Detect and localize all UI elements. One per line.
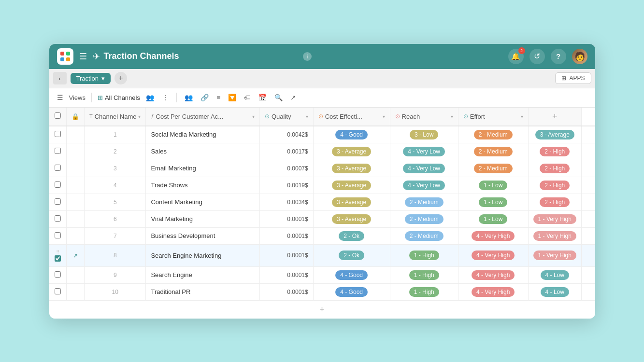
apps-button[interactable]: ⊞ APPS <box>555 72 591 84</box>
row-quality[interactable]: 3 - Average <box>313 160 390 177</box>
row-channel-name[interactable]: Email Marketing <box>146 160 260 177</box>
hamburger-icon[interactable]: ☰ <box>79 51 87 62</box>
row-checkbox[interactable] <box>55 215 61 222</box>
row-checkbox-cell <box>49 227 67 244</box>
filter-icon[interactable]: 🔽 <box>226 92 238 103</box>
row-quality[interactable]: 3 - Average <box>313 210 390 227</box>
row-cost-effectiveness[interactable]: 2 - Medium <box>390 227 458 244</box>
row-checkbox[interactable] <box>55 288 61 294</box>
row-effort[interactable]: 1 - Very High <box>528 227 581 244</box>
row-quality[interactable]: 3 - Average <box>313 194 390 210</box>
row-effort[interactable]: 2 - High <box>528 194 581 210</box>
people-icon[interactable]: 👥 <box>144 92 156 103</box>
row-reach[interactable]: 4 - Very High <box>458 283 528 300</box>
row-effort[interactable]: 2 - High <box>528 160 581 177</box>
help-button[interactable]: ? <box>551 49 566 64</box>
row-reach[interactable]: 1 - Low <box>458 210 528 227</box>
row-reach[interactable]: 4 - Very High <box>458 266 528 283</box>
row-checkbox[interactable] <box>55 181 61 188</box>
row-reach[interactable]: 2 - Medium <box>458 126 528 143</box>
menu-icon[interactable]: ☰ <box>55 92 65 103</box>
row-quality[interactable]: 2 - Ok <box>313 227 390 244</box>
row-reach[interactable]: 1 - Low <box>458 177 528 194</box>
row-quality[interactable]: 3 - Average <box>313 177 390 194</box>
row-cost-effectiveness[interactable]: 4 - Very Low <box>390 177 458 194</box>
notification-button[interactable]: 🔔 2 <box>508 49 524 64</box>
row-checkbox[interactable] <box>55 271 61 278</box>
row-cost-effectiveness[interactable]: 3 - Low <box>390 126 458 143</box>
row-channel-name[interactable]: Content Marketing <box>146 194 260 210</box>
row-effort[interactable]: 4 - Low <box>528 266 581 283</box>
row-quality[interactable]: 4 - Good <box>313 126 390 143</box>
row-effort[interactable]: 3 - Average <box>528 126 581 143</box>
header-cost-per-customer[interactable]: ƒ Cost Per Customer Ac... ▾ <box>146 108 260 126</box>
row-channel-name[interactable]: Trade Shows <box>146 177 260 194</box>
row-checkbox[interactable] <box>55 148 61 154</box>
row-checkbox[interactable] <box>55 255 61 262</box>
row-reach[interactable]: 4 - Very High <box>458 227 528 244</box>
row-checkbox[interactable] <box>55 198 61 205</box>
row-quality[interactable]: 4 - Good <box>313 266 390 283</box>
row-cost-effectiveness[interactable]: 4 - Very Low <box>390 160 458 177</box>
all-channels-view[interactable]: ⊞ All Channels <box>98 94 140 101</box>
reach-sort-icon[interactable]: ▾ <box>451 114 453 119</box>
row-cost-effectiveness[interactable]: 1 - High <box>390 244 458 266</box>
history-button[interactable]: ↺ <box>530 49 545 64</box>
cost-sort-icon[interactable]: ▾ <box>252 114 255 119</box>
row-checkbox[interactable] <box>55 165 61 171</box>
header-reach[interactable]: ⊙ Reach ▾ <box>390 108 458 126</box>
row-cost-effectiveness[interactable]: 4 - Very Low <box>390 143 458 160</box>
row-quality[interactable]: 4 - Good <box>313 283 390 300</box>
select-all-checkbox[interactable] <box>55 112 61 119</box>
row-quality[interactable]: 2 - Ok <box>313 244 390 266</box>
search-icon[interactable]: 🔍 <box>272 92 285 103</box>
tag-icon[interactable]: 🏷 <box>242 92 253 103</box>
row-effort[interactable]: 1 - Very High <box>528 244 581 266</box>
add-row-button[interactable]: + <box>49 301 595 319</box>
row-checkbox[interactable] <box>55 232 61 238</box>
row-reach[interactable]: 2 - Medium <box>458 143 528 160</box>
row-reach[interactable]: 1 - Low <box>458 194 528 210</box>
row-checkbox[interactable] <box>55 131 61 137</box>
row-effort[interactable]: 1 - Very High <box>528 210 581 227</box>
header-channel-name[interactable]: T Channel Name ▾ <box>85 108 146 126</box>
tab-traction[interactable]: Traction ▾ <box>71 73 111 84</box>
channel-name-sort-icon[interactable]: ▾ <box>138 114 141 119</box>
row-effort[interactable]: 2 - High <box>528 177 581 194</box>
row-channel-name[interactable]: Traditional PR <box>146 283 260 300</box>
row-cost: 0.0001$ <box>259 283 313 300</box>
row-quality[interactable]: 3 - Average <box>313 143 390 160</box>
header-effort[interactable]: ⊙ Effort ▾ <box>458 108 528 126</box>
avatar[interactable]: 🧑 <box>572 49 587 64</box>
row-channel-name[interactable]: Search Engine <box>146 266 260 283</box>
assign-icon[interactable]: 👥 <box>183 92 195 103</box>
row-effort[interactable]: 4 - Low <box>528 283 581 300</box>
calendar-icon[interactable]: 📅 <box>257 92 269 103</box>
add-tab-button[interactable]: + <box>114 72 127 84</box>
row-channel-name[interactable]: Search Engine Marketing <box>146 244 260 266</box>
row-reach[interactable]: 4 - Very High <box>458 244 528 266</box>
quality-sort-icon[interactable]: ▾ <box>306 114 308 119</box>
row-cost-effectiveness[interactable]: 1 - High <box>390 283 458 300</box>
row-effort[interactable]: 2 - High <box>528 143 581 160</box>
row-cost-effectiveness[interactable]: 1 - High <box>390 266 458 283</box>
link-icon[interactable]: 🔗 <box>199 92 211 103</box>
row-cost-effectiveness[interactable]: 2 - Medium <box>390 210 458 227</box>
add-column-button[interactable]: + <box>528 108 581 126</box>
row-channel-name[interactable]: Sales <box>146 143 260 160</box>
header-cost-effectiveness[interactable]: ⊙ Cost Effecti... ▾ <box>313 108 390 126</box>
row-reach[interactable]: 2 - Medium <box>458 160 528 177</box>
views-label[interactable]: Views <box>69 94 86 101</box>
more-icon[interactable]: ⋮ <box>160 92 171 103</box>
header-quality[interactable]: ⊙ Quality ▾ <box>259 108 313 126</box>
tab-collapse-button[interactable]: ‹ <box>53 72 67 84</box>
share-icon[interactable]: ↗ <box>288 92 298 103</box>
effort-sort-icon[interactable]: ▾ <box>521 114 523 119</box>
row-cost-effectiveness[interactable]: 2 - Medium <box>390 194 458 210</box>
row-channel-name[interactable]: Business Development <box>146 227 260 244</box>
cost-eff-sort-icon[interactable]: ▾ <box>383 114 385 119</box>
columns-icon[interactable]: ≡ <box>215 92 222 103</box>
info-icon[interactable]: i <box>303 52 312 61</box>
row-channel-name[interactable]: Viral Marketing <box>146 210 260 227</box>
row-channel-name[interactable]: Social Media Marketing <box>146 126 260 143</box>
